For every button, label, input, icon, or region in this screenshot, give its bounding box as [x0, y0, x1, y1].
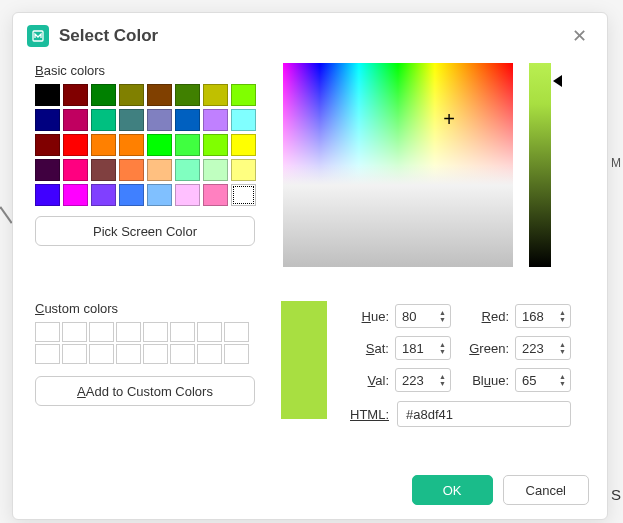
basic-swatch[interactable]: [63, 109, 88, 131]
basic-swatch[interactable]: [119, 159, 144, 181]
basic-swatch[interactable]: [119, 184, 144, 206]
custom-swatch[interactable]: [197, 344, 222, 364]
basic-swatch[interactable]: [231, 134, 256, 156]
ok-button[interactable]: OK: [412, 475, 493, 505]
basic-swatch[interactable]: [119, 134, 144, 156]
basic-swatch[interactable]: [91, 134, 116, 156]
green-input[interactable]: 223▲▼: [515, 336, 571, 360]
background-text: M: [611, 156, 621, 170]
app-icon: [27, 25, 49, 47]
basic-swatch[interactable]: [203, 184, 228, 206]
basic-swatch[interactable]: [231, 109, 256, 131]
basic-swatch[interactable]: [35, 84, 60, 106]
basic-swatch[interactable]: [203, 134, 228, 156]
crosshair-icon: +: [443, 109, 455, 129]
basic-swatch[interactable]: [91, 184, 116, 206]
custom-swatch[interactable]: [197, 322, 222, 342]
basic-swatch[interactable]: [91, 84, 116, 106]
basic-swatch[interactable]: [203, 159, 228, 181]
basic-swatch[interactable]: [175, 184, 200, 206]
red-input[interactable]: 168▲▼: [515, 304, 571, 328]
basic-swatch[interactable]: [175, 159, 200, 181]
red-label: Red:: [457, 309, 509, 324]
custom-swatch[interactable]: [116, 344, 141, 364]
basic-swatch[interactable]: [35, 109, 60, 131]
spinner-icon[interactable]: ▲▼: [559, 309, 566, 323]
custom-colors-grid: [35, 322, 267, 364]
custom-swatch[interactable]: [143, 344, 168, 364]
spinner-icon[interactable]: ▲▼: [439, 373, 446, 387]
color-preview: [281, 301, 327, 419]
custom-swatch[interactable]: [170, 322, 195, 342]
cancel-button[interactable]: Cancel: [503, 475, 589, 505]
basic-swatch[interactable]: [35, 159, 60, 181]
basic-swatch[interactable]: [147, 84, 172, 106]
custom-swatch[interactable]: [89, 344, 114, 364]
basic-swatch[interactable]: [175, 134, 200, 156]
add-to-custom-button[interactable]: AAdd to Custom Colors: [35, 376, 255, 406]
basic-swatch[interactable]: [119, 84, 144, 106]
sat-input[interactable]: 181▲▼: [395, 336, 451, 360]
basic-swatch[interactable]: [35, 134, 60, 156]
basic-swatch[interactable]: [231, 184, 256, 206]
pick-screen-color-button[interactable]: Pick Screen Color: [35, 216, 255, 246]
custom-swatch[interactable]: [89, 322, 114, 342]
basic-swatch[interactable]: [175, 109, 200, 131]
basic-swatch[interactable]: [63, 184, 88, 206]
basic-swatch[interactable]: [63, 84, 88, 106]
custom-swatch[interactable]: [35, 322, 60, 342]
blue-label: Bluue:: [457, 373, 509, 388]
slider-arrow-icon: [553, 75, 562, 87]
basic-swatch[interactable]: [147, 134, 172, 156]
custom-swatch[interactable]: [143, 322, 168, 342]
val-input[interactable]: 223▲▼: [395, 368, 451, 392]
green-label: Green:: [457, 341, 509, 356]
basic-colors-label: Basic colors: [35, 63, 267, 78]
spinner-icon[interactable]: ▲▼: [439, 341, 446, 355]
html-label: HTML:: [341, 407, 389, 422]
blue-input[interactable]: 65▲▼: [515, 368, 571, 392]
hue-input[interactable]: 80▲▼: [395, 304, 451, 328]
basic-swatch[interactable]: [203, 84, 228, 106]
basic-swatch[interactable]: [175, 84, 200, 106]
basic-swatch[interactable]: [231, 84, 256, 106]
titlebar: Select Color ✕: [13, 13, 607, 57]
custom-swatch[interactable]: [116, 322, 141, 342]
custom-swatch[interactable]: [170, 344, 195, 364]
basic-swatch[interactable]: [119, 109, 144, 131]
basic-swatch[interactable]: [91, 159, 116, 181]
color-dialog: Select Color ✕ Basic colors Pick Screen …: [12, 12, 608, 520]
basic-swatch[interactable]: [35, 184, 60, 206]
custom-swatch[interactable]: [62, 344, 87, 364]
basic-swatch[interactable]: [147, 159, 172, 181]
spinner-icon[interactable]: ▲▼: [559, 373, 566, 387]
spinner-icon[interactable]: ▲▼: [439, 309, 446, 323]
basic-swatch[interactable]: [231, 159, 256, 181]
hue-label: Hue:: [341, 309, 389, 324]
dialog-title: Select Color: [59, 26, 566, 46]
custom-swatch[interactable]: [35, 344, 60, 364]
spinner-icon[interactable]: ▲▼: [559, 341, 566, 355]
custom-swatch[interactable]: [224, 344, 249, 364]
custom-swatch[interactable]: [62, 322, 87, 342]
basic-swatch[interactable]: [147, 109, 172, 131]
basic-colors-grid: [35, 84, 267, 206]
basic-swatch[interactable]: [147, 184, 172, 206]
custom-colors-label: Custom colors: [35, 301, 267, 316]
basic-swatch[interactable]: [91, 109, 116, 131]
val-label: Val:: [341, 373, 389, 388]
background-text-2: S: [611, 486, 621, 503]
value-slider[interactable]: [529, 63, 563, 267]
basic-swatch[interactable]: [63, 159, 88, 181]
custom-swatch[interactable]: [224, 322, 249, 342]
color-gradient-picker[interactable]: +: [283, 63, 513, 267]
close-icon[interactable]: ✕: [566, 23, 593, 49]
basic-swatch[interactable]: [203, 109, 228, 131]
value-fields: Hue: 80▲▼ Red: 168▲▼ Sat: 181▲▼ Green: 2…: [341, 301, 589, 427]
html-input[interactable]: #a8df41: [397, 401, 571, 427]
sat-label: Sat:: [341, 341, 389, 356]
basic-swatch[interactable]: [63, 134, 88, 156]
